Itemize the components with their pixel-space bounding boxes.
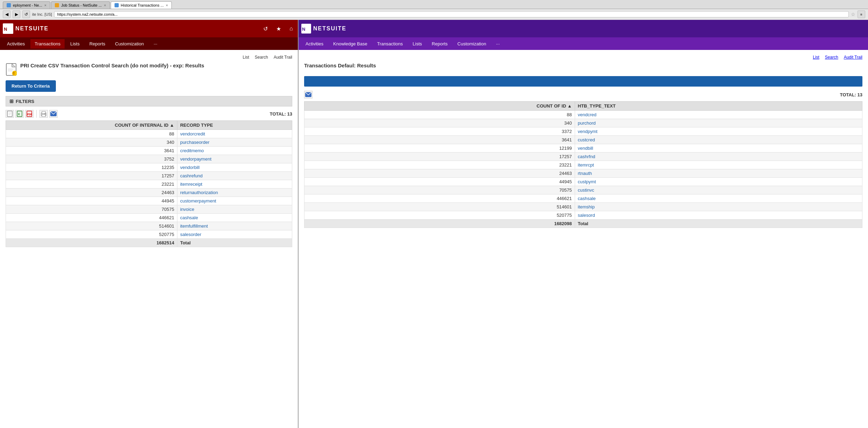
left-cell-count: 24463 (6, 189, 177, 197)
return-to-criteria-button[interactable]: Return To Criteria (6, 80, 56, 92)
left-cell-count: 514601 (6, 222, 177, 230)
main-container: N NETSUITE ↺ ★ ⌂ Activities Transactions… (0, 20, 868, 428)
export-excel-icon[interactable]: X (15, 110, 24, 118)
forward-button[interactable]: ▶ (13, 10, 20, 18)
left-table-row: 88vendorcredit (6, 130, 292, 138)
svg-rect-4 (8, 69, 13, 69)
left-cell-count: 23221 (6, 180, 177, 189)
nav-item-activities[interactable]: Activities (3, 39, 29, 49)
audit-trail-link[interactable]: Audit Trail (274, 55, 292, 60)
left-nav: Activities Transactions Lists Reports Cu… (0, 37, 298, 50)
left-topbar: N NETSUITE ↺ ★ ⌂ (0, 20, 298, 37)
left-table-row: 44945customerpayment (6, 197, 292, 205)
right-page-content: List Search Audit Trail Transactions Def… (299, 50, 868, 428)
nav-item-reports[interactable]: Reports (85, 39, 110, 49)
tab-close-3[interactable]: × (166, 3, 168, 7)
right-cell-htb-type[interactable]: purchord (575, 119, 862, 127)
svg-rect-18 (42, 115, 45, 117)
right-cell-htb-type[interactable]: vendbill (575, 144, 862, 153)
right-nav-more[interactable]: ··· (492, 39, 504, 49)
right-table-row: 1682098Total (304, 220, 862, 228)
left-cell-record-type[interactable]: customerpayment (177, 197, 292, 205)
right-nav-transactions[interactable]: Transactions (373, 39, 407, 49)
right-cell-count: 3372 (304, 127, 575, 136)
browser-tab-1[interactable]: eployment - Ne... × (3, 1, 50, 9)
left-cell-record-type[interactable]: vendorcredit (177, 130, 292, 138)
search-link[interactable]: Search (255, 55, 268, 60)
right-cell-htb-type[interactable]: rtnauth (575, 169, 862, 178)
right-col-htb-type[interactable]: HTB_TYPE_TEXT (575, 102, 862, 111)
right-col-htb-type-label: HTB_TYPE_TEXT (578, 103, 616, 109)
export-plain-icon[interactable] (6, 110, 14, 118)
browser-menu-button[interactable]: ≡ (858, 10, 865, 18)
tab-label-2: Job Status - NetSuite ... (61, 3, 102, 7)
svg-text:N: N (302, 27, 306, 32)
right-cell-count: 24463 (304, 169, 575, 178)
right-col-count-id[interactable]: COUNT OF ID ▲ (304, 102, 575, 111)
left-cell-record-type[interactable]: returnauthorization (177, 189, 292, 197)
tab-label-1: eployment - Ne... (13, 3, 42, 7)
left-cell-record-type[interactable]: cashrefund (177, 172, 292, 180)
bookmark-button[interactable]: ☆ (851, 12, 855, 17)
address-input[interactable] (54, 11, 849, 17)
print-icon[interactable] (39, 110, 48, 118)
nav-item-transactions[interactable]: Transactions (30, 39, 65, 49)
svg-point-6 (12, 71, 17, 76)
nav-item-customization[interactable]: Customization (111, 39, 148, 49)
back-button[interactable]: ◀ (3, 10, 10, 18)
list-link[interactable]: List (243, 55, 249, 60)
left-cell-record-type[interactable]: invoice (177, 205, 292, 214)
page-doc-icon: ! (6, 63, 17, 77)
right-cell-htb-type[interactable]: vendpymt (575, 127, 862, 136)
left-cell-record-type[interactable]: vendorbill (177, 163, 292, 172)
left-cell-record-type[interactable]: itemfulfillment (177, 222, 292, 230)
right-nav-customization[interactable]: Customization (453, 39, 490, 49)
filters-toggle[interactable]: ⊞ (9, 98, 14, 104)
browser-tab-3[interactable]: Historical Transactions ... × (111, 1, 172, 9)
right-audit-trail-link[interactable]: Audit Trail (844, 55, 862, 60)
filters-bar: ⊞ FILTERS (6, 96, 292, 106)
left-cell-record-type[interactable]: itemreceipt (177, 180, 292, 189)
right-nav-activities[interactable]: Activities (301, 39, 328, 49)
right-topbar: N NETSUITE (299, 20, 868, 37)
tab-close-1[interactable]: × (44, 3, 46, 7)
right-email-icon[interactable] (304, 91, 312, 98)
left-cell-record-type[interactable]: creditmemo (177, 147, 292, 155)
right-cell-htb-type[interactable]: custpymt (575, 178, 862, 186)
topbar-icon-home[interactable]: ⌂ (287, 24, 295, 33)
nav-more-button[interactable]: ··· (149, 39, 162, 49)
left-cell-record-type[interactable]: vendorpayment (177, 155, 292, 163)
left-cell-record-type[interactable]: salesorder (177, 230, 292, 239)
right-cell-htb-type[interactable]: itemship (575, 203, 862, 211)
right-cell-htb-type[interactable]: custinvc (575, 186, 862, 194)
right-cell-htb-type[interactable]: salesord (575, 211, 862, 220)
col-record-type[interactable]: RECORD TYPE (177, 121, 292, 130)
tab-close-2[interactable]: × (104, 3, 106, 7)
nav-item-lists[interactable]: Lists (66, 39, 84, 49)
left-cell-record-type[interactable]: purchaseorder (177, 138, 292, 147)
browser-tab-2[interactable]: Job Status - NetSuite ... × (51, 1, 110, 9)
left-page-content: List Search Audit Trail ! PRI Create (0, 50, 298, 428)
right-table-row: 340purchord (304, 119, 862, 127)
right-nav-reports[interactable]: Reports (428, 39, 452, 49)
right-search-link[interactable]: Search (825, 55, 838, 60)
export-pdf-icon[interactable]: PDF (25, 110, 34, 118)
right-cell-htb-type[interactable]: custcred (575, 136, 862, 144)
topbar-icon-favorites[interactable]: ★ (274, 24, 283, 34)
col-count-id[interactable]: COUNT OF INTERNAL ID ▲ (6, 121, 177, 130)
right-table-row: 24463rtnauth (304, 169, 862, 178)
right-cell-htb-type[interactable]: cashrfnd (575, 153, 862, 161)
right-logo-icon: N (301, 24, 311, 34)
right-cell-htb-type[interactable]: vendcred (575, 111, 862, 119)
right-cell-htb-type[interactable]: cashsale (575, 194, 862, 203)
right-nav: Activities Knowledge Base Transactions L… (299, 37, 868, 50)
right-nav-lists[interactable]: Lists (409, 39, 426, 49)
left-cell-record-type[interactable]: cashsale (177, 214, 292, 222)
reload-button[interactable]: ↺ (22, 10, 30, 18)
email-icon[interactable] (49, 110, 58, 118)
svg-text:N: N (4, 27, 7, 32)
right-cell-htb-type[interactable]: itemrcpt (575, 161, 862, 169)
right-nav-knowledge-base[interactable]: Knowledge Base (329, 39, 372, 49)
topbar-icon-history[interactable]: ↺ (261, 24, 270, 34)
right-list-link[interactable]: List (813, 55, 819, 60)
